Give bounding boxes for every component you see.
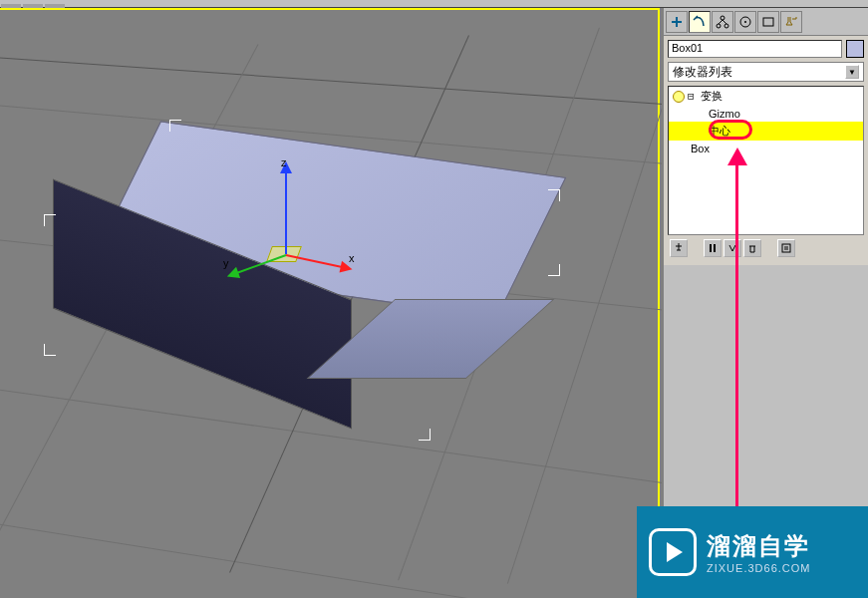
show-end-result-button[interactable] (704, 239, 722, 257)
stack-item-gizmo[interactable]: Gizmo (669, 106, 863, 122)
object-color-swatch[interactable] (846, 40, 864, 58)
remove-modifier-button[interactable] (743, 239, 761, 257)
stack-item-center[interactable]: 中心 (669, 122, 863, 141)
modifier-list-dropdown[interactable]: 修改器列表 ▼ (668, 62, 864, 82)
display-tab[interactable] (757, 11, 779, 33)
hierarchy-tab[interactable] (712, 11, 733, 33)
configure-sets-button[interactable] (777, 239, 795, 257)
utilities-tab[interactable] (780, 11, 802, 33)
watermark-title: 溜溜自学 (707, 530, 810, 562)
svg-rect-7 (714, 244, 716, 252)
svg-point-0 (721, 16, 724, 20)
command-panel-tabs (664, 8, 868, 36)
svg-rect-8 (782, 244, 790, 252)
perspective-viewport[interactable]: z x y (0, 8, 660, 598)
svg-point-1 (717, 24, 721, 28)
axis-label-z: z (281, 156, 287, 168)
play-icon (649, 528, 697, 576)
modifier-dropdown-label: 修改器列表 (673, 64, 732, 81)
svg-point-4 (744, 21, 746, 23)
modify-tab[interactable] (689, 11, 711, 33)
svg-rect-5 (763, 18, 773, 26)
stack-label: Gizmo (709, 108, 740, 120)
transform-gizmo[interactable]: z x y (269, 184, 369, 284)
svg-rect-6 (710, 244, 712, 252)
stack-label: Box (691, 143, 710, 154)
stack-label: 中心 (709, 124, 730, 139)
svg-point-2 (724, 24, 728, 28)
modifier-stack[interactable]: ⊟ 变换 Gizmo 中心 Box (668, 86, 864, 235)
watermark: 溜溜自学 ZIXUE.3D66.COM (637, 506, 868, 598)
dropdown-arrow-icon: ▼ (845, 65, 859, 79)
collapse-icon[interactable]: ⊟ (688, 90, 698, 103)
gizmo-z-axis[interactable] (285, 169, 287, 254)
motion-tab[interactable] (734, 11, 756, 33)
visibility-bulb-icon[interactable] (673, 91, 685, 103)
stack-label: 变换 (701, 89, 723, 104)
box-side-face (307, 299, 555, 379)
axis-label-y: y (223, 257, 229, 269)
make-unique-button[interactable] (723, 239, 741, 257)
create-tab[interactable] (666, 11, 688, 33)
watermark-url: ZIXUE.3D66.COM (707, 562, 810, 574)
pin-stack-button[interactable] (670, 239, 688, 257)
object-name-input[interactable]: Box01 (668, 40, 842, 58)
stack-toolbar (668, 235, 864, 261)
top-toolbar (0, 0, 868, 8)
stack-item-transform[interactable]: ⊟ 变换 (669, 87, 863, 106)
stack-item-box[interactable]: Box (669, 141, 863, 156)
axis-label-x: x (349, 252, 355, 264)
